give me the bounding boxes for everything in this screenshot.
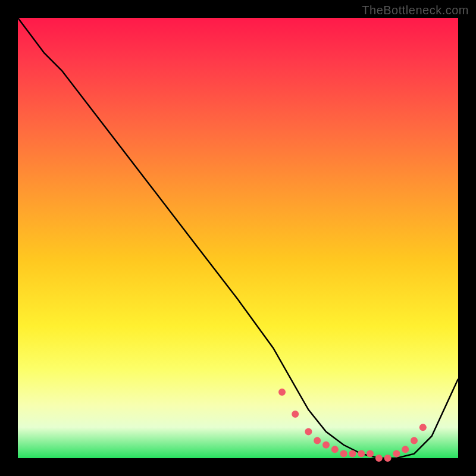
optimal-dot — [314, 437, 321, 444]
optimal-dot — [419, 424, 427, 431]
chart-frame: TheBottleneck.com — [0, 0, 476, 476]
optimal-dot — [292, 411, 299, 418]
gradient-plot-area — [18, 18, 458, 458]
optimal-dot — [384, 455, 392, 462]
bottleneck-curve-line — [18, 18, 458, 458]
optimal-dot — [411, 437, 418, 444]
watermark-text: TheBottleneck.com — [362, 4, 469, 17]
curve-svg — [18, 18, 458, 458]
optimal-dot — [349, 450, 356, 458]
optimal-dot — [305, 428, 312, 436]
optimal-dot — [393, 450, 400, 458]
optimal-dot — [367, 450, 374, 458]
optimal-dot — [322, 441, 330, 449]
bottleneck-curve-path — [18, 18, 458, 458]
optimal-dot — [331, 446, 339, 453]
optimal-dot — [375, 455, 383, 462]
optimal-dot — [358, 450, 365, 458]
optimal-dot — [402, 446, 409, 453]
optimal-dot — [278, 389, 286, 396]
optimal-zone-dots — [278, 389, 427, 462]
optimal-dot — [340, 450, 347, 458]
